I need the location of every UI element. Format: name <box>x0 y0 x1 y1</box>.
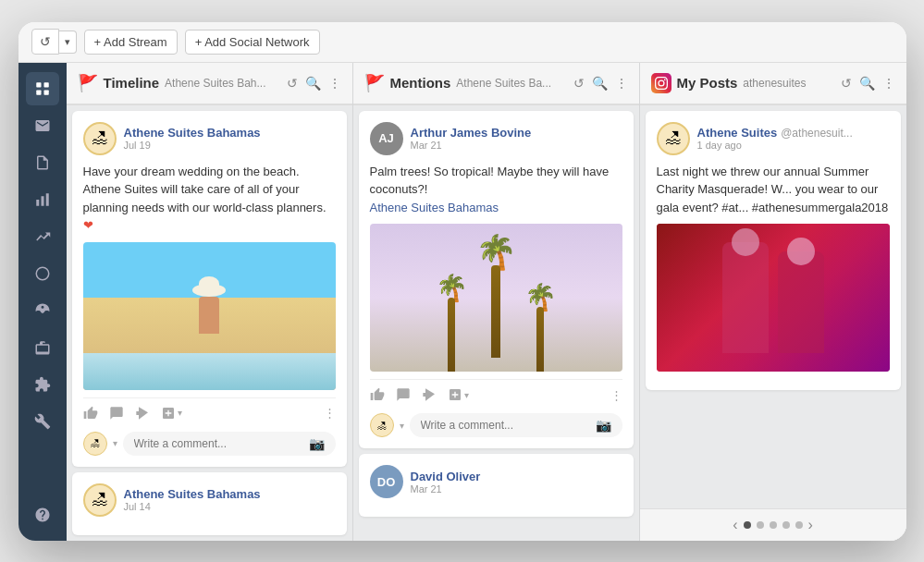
pagination-dot-1[interactable] <box>744 521 751 529</box>
timeline-column: 🚩 Timeline Athene Suites Bah... ↺ 🔍 ⋮ <box>67 63 353 541</box>
comment-input-m1[interactable] <box>421 419 590 432</box>
myposts-title: My Posts <box>677 75 738 91</box>
pagination-dot-5[interactable] <box>795 521 803 529</box>
sidebar-icon-settings[interactable] <box>26 405 59 438</box>
pagination-dot-4[interactable] <box>782 521 790 529</box>
pagination-prev[interactable]: ‹ <box>733 517 737 533</box>
sidebar-icon-drafts[interactable] <box>26 146 59 179</box>
timeline-more-icon[interactable]: ⋮ <box>328 76 341 91</box>
post-text: Have your dream wedding on the beach. At… <box>83 163 336 235</box>
more-icon[interactable]: ⋮ <box>324 406 336 420</box>
post-author-m2[interactable]: David Oliver <box>411 470 622 483</box>
share-icon[interactable] <box>135 406 150 421</box>
mentions-more-icon[interactable]: ⋮ <box>615 76 628 91</box>
post-date-m2: Mar 21 <box>411 483 622 495</box>
add-action-icon-m1[interactable]: ▾ <box>448 387 469 402</box>
pagination-next[interactable]: › <box>808 517 813 533</box>
sidebar-icon-analytics[interactable] <box>26 183 59 216</box>
post-image-palms: 🌴 🌴 🌴 <box>370 224 622 372</box>
refresh-caret-button[interactable]: ▾ <box>59 31 77 54</box>
add-caret-m1: ▾ <box>464 390 469 400</box>
svg-rect-3 <box>43 90 48 94</box>
comment-icon-m1[interactable] <box>396 387 411 402</box>
mentions-search-icon[interactable]: 🔍 <box>592 76 608 91</box>
sidebar-icon-bag[interactable] <box>26 331 59 364</box>
sidebar-icon-compass[interactable] <box>26 257 59 290</box>
streams-area: 🚩 Timeline Athene Suites Bah... ↺ 🔍 ⋮ <box>67 63 906 541</box>
refresh-button[interactable]: ↺ <box>31 29 59 55</box>
mentions-posts: AJ Arthur James Bovine Mar 21 Palm trees… <box>353 105 639 541</box>
comment-icon[interactable] <box>109 406 124 421</box>
myposts-subtitle: athenesuites <box>743 77 834 90</box>
timeline-search-icon[interactable]: 🔍 <box>305 76 321 91</box>
post-text-m1: Palm trees! So tropical! Maybe they will… <box>370 163 622 217</box>
post-meta: Athene Suites Bahamas Jul 19 <box>124 126 336 151</box>
camera-icon-m1[interactable]: 📷 <box>596 418 611 433</box>
instagram-icon <box>651 73 671 93</box>
sidebar-icon-compose[interactable] <box>26 109 59 142</box>
post-header-2: 🏖 Athene Suites Bahamas Jul 14 <box>83 483 336 517</box>
add-stream-button[interactable]: + Add Stream <box>84 30 178 55</box>
svg-rect-5 <box>41 196 43 206</box>
device-frame: ↺ ▾ + Add Stream + Add Social Network <box>18 22 906 541</box>
camera-icon[interactable]: 📷 <box>309 436 325 451</box>
myposts-refresh-icon[interactable]: ↺ <box>841 76 852 91</box>
add-social-network-button[interactable]: + Add Social Network <box>185 30 320 55</box>
sidebar-icon-help[interactable] <box>26 498 59 531</box>
myposts-search-icon[interactable]: 🔍 <box>859 76 875 91</box>
timeline-title: Timeline <box>104 75 160 91</box>
post-author-m1[interactable]: Arthur James Bovine <box>411 126 622 140</box>
palm-trunk-1 <box>448 298 455 372</box>
svg-rect-4 <box>36 200 39 206</box>
post-header-ig1: 🏖 Athene Suites @athenesuit... 1 day ago <box>657 122 890 155</box>
myposts-header: My Posts athenesuites ↺ 🔍 ⋮ <box>640 63 906 105</box>
mentions-header: 🚩 Mentions Athene Suites Ba... ↺ 🔍 ⋮ <box>353 63 639 105</box>
pagination-dot-3[interactable] <box>770 521 777 529</box>
mentions-refresh-icon[interactable]: ↺ <box>573 76 585 91</box>
comment-avatar-small: 🏖 <box>83 432 107 456</box>
post-actions: ▾ ⋮ <box>83 397 336 424</box>
post-link-m1[interactable]: Athene Suites Bahamas <box>370 201 499 214</box>
like-icon[interactable] <box>83 406 98 421</box>
comment-avatar-m1: 🏖 <box>370 413 394 437</box>
post-image-party <box>657 224 890 372</box>
top-bar: ↺ ▾ + Add Stream + Add Social Network <box>18 22 906 63</box>
comment-caret-m1[interactable]: ▾ <box>400 421 404 431</box>
david-avatar: DO <box>370 465 403 498</box>
post-image-beach <box>83 242 336 390</box>
palm-1: 🌴 <box>436 275 468 372</box>
sidebar-icon-streams[interactable] <box>26 72 59 105</box>
mentions-title: Mentions <box>390 75 451 91</box>
share-icon-m1[interactable] <box>422 387 437 402</box>
comment-area: 🏖 ▾ 📷 <box>83 432 336 456</box>
mentions-subtitle: Athene Suites Ba... <box>456 77 567 90</box>
comment-input[interactable] <box>134 437 303 450</box>
comment-input-wrap: 📷 <box>123 432 336 456</box>
post-date-m1: Mar 21 <box>411 140 622 151</box>
timeline-post-1: 🏖 Athene Suites Bahamas Jul 19 Have your… <box>72 111 347 467</box>
svg-point-7 <box>36 267 49 280</box>
post-author[interactable]: Athene Suites Bahamas <box>124 126 336 140</box>
comment-caret[interactable]: ▾ <box>113 438 117 448</box>
sidebar-icon-rocket[interactable] <box>26 294 59 327</box>
athene-avatar-2: 🏖 <box>83 483 117 517</box>
myposts-more-icon[interactable]: ⋮ <box>882 76 895 91</box>
like-icon-m1[interactable] <box>370 387 385 402</box>
comment-input-wrap-m1: 📷 <box>410 413 622 437</box>
sidebar-icon-growth[interactable] <box>26 220 59 253</box>
post-author-ig1[interactable]: Athene Suites <box>697 126 778 140</box>
post-actions-m1: ▾ ⋮ <box>370 379 622 406</box>
mentions-post-1: AJ Arthur James Bovine Mar 21 Palm trees… <box>359 111 634 449</box>
more-icon-m1[interactable]: ⋮ <box>610 388 622 402</box>
post-author-2[interactable]: Athene Suites Bahamas <box>124 487 336 501</box>
post-date-2: Jul 14 <box>124 501 336 512</box>
timeline-header: 🚩 Timeline Athene Suites Bah... ↺ 🔍 ⋮ <box>67 63 352 105</box>
timeline-refresh-icon[interactable]: ↺ <box>287 76 298 91</box>
pagination-dot-2[interactable] <box>757 521 764 529</box>
post-text-ig1: Last night we threw our annual Summer Ch… <box>657 163 890 217</box>
timeline-actions: ↺ 🔍 ⋮ <box>287 76 341 91</box>
mentions-actions: ↺ 🔍 ⋮ <box>573 76 628 91</box>
add-action-icon[interactable]: ▾ <box>161 406 182 421</box>
sidebar-icon-puzzle[interactable] <box>26 368 59 401</box>
post-meta-m1: Arthur James Bovine Mar 21 <box>411 126 622 151</box>
